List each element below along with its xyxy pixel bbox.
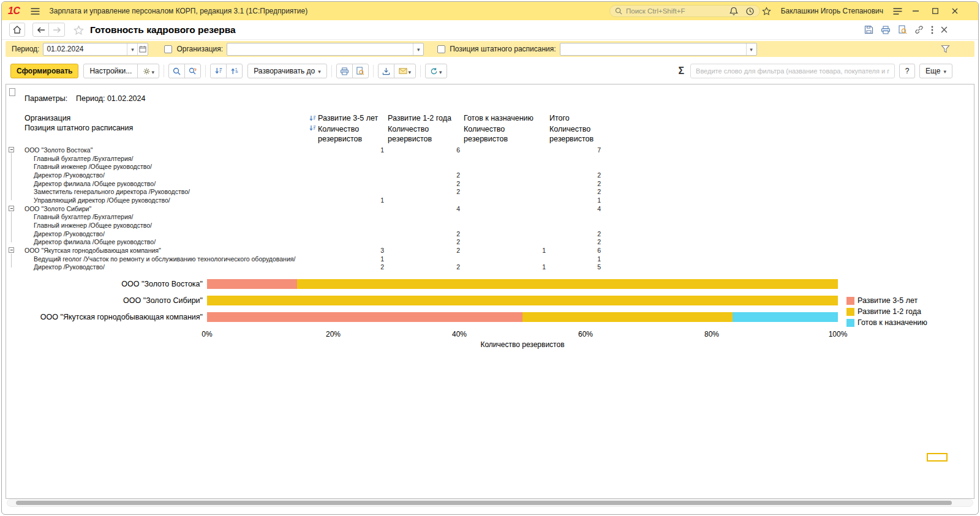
sort-ascending-icon[interactable]	[226, 64, 243, 78]
table-row[interactable]: Главный бухгалтер /Бухгалтерия/	[6, 213, 601, 222]
close-page-icon[interactable]	[941, 26, 948, 33]
table-row[interactable]: Ведущий геолог /Участок по ремонту и обс…	[6, 255, 601, 263]
period-calendar-button[interactable]	[137, 43, 148, 55]
report-area[interactable]: Параметры: Период: 01.02.2024 Организаци…	[6, 84, 974, 499]
table-row[interactable]: Директор филиала /Общее руководство/22	[6, 238, 601, 247]
main-menu-icon[interactable]	[28, 4, 42, 18]
save-icon[interactable]	[864, 25, 873, 34]
chart-bar-segment[interactable]	[207, 279, 297, 289]
page-actions	[864, 25, 948, 34]
subheader-ready[interactable]: Количество резервистов	[461, 124, 546, 144]
chart-bar-segment[interactable]	[522, 312, 733, 322]
forward-button[interactable]	[48, 23, 65, 37]
print-icon[interactable]	[336, 64, 353, 78]
column-header-dev-3-5[interactable]: Развитие 3-5 лет	[306, 114, 385, 122]
subheader-dev-1-2[interactable]: Количество резервистов	[385, 124, 461, 144]
chart-selection-marker[interactable]	[927, 453, 948, 462]
print-icon[interactable]	[881, 26, 891, 34]
subheader-label: Количество резервистов	[318, 124, 367, 144]
find-icon[interactable]	[168, 64, 185, 78]
position-checkbox[interactable]	[437, 45, 445, 53]
notifications-bell-icon[interactable]	[729, 7, 738, 16]
title-bar: 1С Зарплата и управление персоналом КОРП…	[2, 2, 978, 20]
sort-indicator-icon[interactable]	[309, 125, 316, 132]
kebab-menu-icon[interactable]	[931, 26, 933, 34]
close-window-button[interactable]	[949, 5, 961, 17]
expand-to-button[interactable]: Разворачивать до	[247, 64, 327, 78]
organization-field[interactable]	[227, 43, 424, 56]
quick-filter-input[interactable]	[690, 64, 895, 78]
table-header-row-2: Позиция штатного расписания Количество р…	[6, 124, 601, 146]
table-row[interactable]: Главный инженер /Общее руководство/	[6, 162, 601, 171]
column-header-dev-1-2[interactable]: Развитие 1-2 года	[385, 114, 461, 122]
save-result-icon[interactable]	[378, 64, 394, 78]
sort-indicator-icon[interactable]	[309, 115, 316, 122]
chart-bar[interactable]	[207, 279, 838, 289]
add-to-favorites-icon[interactable]	[74, 25, 84, 35]
table-row[interactable]: ООО "Золото Сибири"44	[6, 204, 601, 213]
table-row[interactable]: ООО "Якутская горнодобывающая компания"3…	[6, 246, 601, 255]
current-user-name[interactable]: Баклашкин Игорь Степанович	[781, 7, 883, 15]
subheader-total[interactable]: Количество резервистов	[546, 124, 601, 144]
service-menu-icon[interactable]	[893, 8, 902, 15]
scrollbar-thumb[interactable]	[16, 501, 952, 505]
maximize-button[interactable]	[929, 5, 941, 17]
table-row[interactable]: Главный инженер /Общее руководство/	[6, 221, 601, 230]
period-input[interactable]	[43, 45, 127, 53]
chart-bar-segment[interactable]	[297, 279, 838, 289]
table-row[interactable]: Директор филиала /Общее руководство/22	[6, 179, 601, 188]
organization-dropdown-button[interactable]	[413, 43, 423, 55]
position-input[interactable]	[560, 45, 746, 53]
settings-button[interactable]: Настройки...	[83, 64, 138, 78]
collapse-group-icon[interactable]	[9, 147, 14, 152]
minimize-button[interactable]	[910, 5, 922, 17]
sort-descending-icon[interactable]	[210, 64, 227, 78]
chart-bar[interactable]	[207, 312, 838, 322]
filter-funnel-icon[interactable]	[941, 45, 950, 53]
table-row[interactable]: ООО "Золото Востока"167	[6, 146, 601, 154]
position-field[interactable]	[560, 43, 757, 56]
chart-bar-segment[interactable]	[207, 312, 522, 322]
position-dropdown-button[interactable]	[746, 43, 756, 55]
column-header-ready[interactable]: Готов к назначению	[461, 114, 546, 122]
column-header-position[interactable]: Позиция штатного расписания	[24, 124, 306, 132]
history-icon[interactable]	[745, 7, 755, 16]
home-button[interactable]	[9, 23, 25, 37]
table-row[interactable]: Директор /Руководство/22	[6, 230, 601, 238]
autosum-button[interactable]: Σ	[678, 65, 684, 77]
generate-report-button[interactable]: Сформировать	[10, 64, 78, 78]
favorites-star-icon[interactable]	[762, 7, 771, 15]
table-row[interactable]: Управляющий директор /Общее руководство/…	[6, 196, 601, 204]
table-row[interactable]: Директор /Руководство/2215	[6, 263, 601, 272]
table-row[interactable]: Директор /Руководство/22	[6, 171, 601, 179]
chart-bar-segment[interactable]	[207, 296, 838, 305]
horizontal-scrollbar[interactable]	[7, 499, 973, 507]
column-header-organization[interactable]: Организация	[24, 114, 306, 122]
legend-label: Развитие 3-5 лет	[858, 296, 918, 305]
help-button[interactable]: ?	[899, 64, 915, 78]
print-preview-icon[interactable]	[352, 64, 369, 78]
report-variants-button[interactable]	[137, 64, 159, 78]
column-group-box[interactable]	[9, 88, 15, 96]
organization-checkbox[interactable]	[164, 45, 172, 53]
chart-bar[interactable]	[207, 296, 838, 305]
subheader-dev-3-5[interactable]: Количество резервистов	[306, 124, 385, 144]
back-button[interactable]	[32, 23, 49, 37]
send-email-button[interactable]	[394, 64, 416, 78]
collapse-group-icon[interactable]	[9, 247, 14, 253]
table-row[interactable]: Главный бухгалтер /Бухгалтерия/	[6, 154, 601, 163]
find-next-icon[interactable]	[184, 64, 201, 78]
report-parameters: Параметры: Период: 01.02.2024	[24, 94, 145, 103]
more-button[interactable]: Еще	[919, 64, 952, 78]
collapse-group-icon[interactable]	[9, 206, 14, 211]
period-dropdown-button[interactable]	[127, 43, 137, 55]
refresh-button[interactable]	[425, 64, 447, 78]
organization-input[interactable]	[227, 45, 413, 53]
get-link-icon[interactable]	[914, 25, 924, 34]
table-row[interactable]: Заместитель генерального директора /Руко…	[6, 187, 601, 196]
column-header-total[interactable]: Итого	[546, 114, 601, 122]
print-preview-icon[interactable]	[898, 25, 907, 34]
period-field[interactable]	[43, 43, 148, 56]
subheader-label: Количество резервистов	[388, 124, 437, 144]
chart-bar-segment[interactable]	[733, 312, 838, 322]
